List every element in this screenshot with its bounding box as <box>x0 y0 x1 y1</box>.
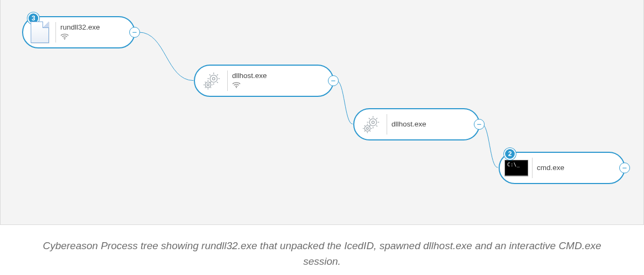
figure-caption: Cybereason Process tree showing rundll32… <box>0 225 644 274</box>
svg-point-6 <box>369 119 376 126</box>
process-node-dllhost-2[interactable]: dllhost.exe − <box>353 108 480 140</box>
node-badge: 2 <box>504 148 516 160</box>
process-name-label: rundll32.exe <box>60 23 100 32</box>
process-node-cmd[interactable]: 2 C:\_ cmd.exe − <box>499 152 625 184</box>
svg-point-0 <box>64 38 65 39</box>
gears-icon <box>356 111 386 138</box>
collapse-button[interactable]: − <box>129 27 140 38</box>
process-name-label: dllhost.exe <box>391 120 426 129</box>
svg-point-7 <box>372 121 374 124</box>
icon-separator <box>55 22 56 43</box>
process-node-rundll32[interactable]: 3 rundll32.exe − <box>22 16 135 48</box>
svg-point-3 <box>205 82 211 87</box>
process-tree-canvas: 3 rundll32.exe − <box>0 0 644 225</box>
wifi-icon <box>60 33 100 41</box>
svg-point-4 <box>207 84 209 86</box>
icon-separator <box>532 158 533 178</box>
icon-separator <box>227 70 228 91</box>
gears-icon <box>197 67 226 94</box>
collapse-button[interactable]: − <box>619 163 630 173</box>
collapse-button[interactable]: − <box>474 119 485 130</box>
svg-point-5 <box>236 87 237 88</box>
svg-point-1 <box>210 75 217 82</box>
svg-point-2 <box>212 77 215 80</box>
svg-point-9 <box>366 128 368 130</box>
collapse-button[interactable]: − <box>328 75 339 86</box>
svg-point-8 <box>365 125 370 131</box>
process-name-label: cmd.exe <box>537 164 564 172</box>
wifi-icon <box>232 81 267 90</box>
process-name-label: dllhost.exe <box>232 72 267 80</box>
process-node-dllhost-1[interactable]: dllhost.exe − <box>194 65 334 97</box>
icon-separator <box>387 114 387 135</box>
